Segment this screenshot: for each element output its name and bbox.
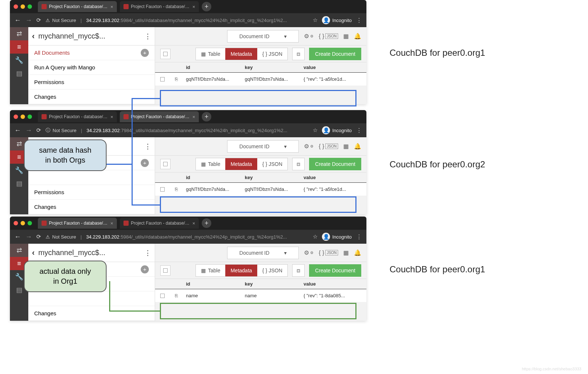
forward-button[interactable]: →: [25, 233, 32, 241]
table-row[interactable]: ⎘ name name { "rev": "1-8da085...: [155, 289, 366, 302]
browser-menu-icon[interactable]: ⋮: [356, 233, 362, 240]
site-security[interactable]: ⓘ Not Secure: [46, 127, 76, 134]
forward-button[interactable]: →: [25, 127, 32, 134]
forward-button[interactable]: →: [25, 17, 32, 24]
new-tab-button[interactable]: +: [202, 112, 211, 121]
docs-icon[interactable]: ▦: [343, 249, 349, 256]
copy-icon[interactable]: ⎘: [175, 76, 178, 82]
collapse-button[interactable]: ⧈: [292, 264, 305, 277]
tab-json[interactable]: { } JSON: [257, 158, 287, 170]
plus-icon[interactable]: +: [141, 49, 149, 57]
doc-id-select[interactable]: Document ID ▾: [227, 30, 299, 43]
create-document-button[interactable]: Create Document: [309, 264, 361, 277]
copy-icon[interactable]: ⎘: [175, 186, 178, 192]
close-tab-icon[interactable]: ×: [110, 221, 113, 226]
select-all-checkbox[interactable]: [160, 49, 171, 59]
tab-json[interactable]: { } JSON: [257, 48, 287, 60]
gears-icon[interactable]: ⚙⚙: [304, 249, 313, 256]
nav-database-icon[interactable]: ≡: [10, 40, 28, 54]
db-menu-icon[interactable]: ⋮: [144, 249, 151, 257]
site-security[interactable]: ⚠ Not Secure: [46, 18, 76, 23]
tab-table[interactable]: ▦Table: [196, 158, 225, 170]
back-button[interactable]: ←: [14, 127, 21, 134]
bell-icon[interactable]: 🔔: [354, 33, 361, 40]
close-tab-icon[interactable]: ×: [110, 114, 113, 120]
browser-tab[interactable]: Project Fauxton - database/mycl ×: [120, 1, 199, 12]
back-button[interactable]: ←: [14, 233, 21, 241]
browser-tab[interactable]: Project Fauxton - database/mycl ×: [38, 111, 117, 122]
bell-icon[interactable]: 🔔: [354, 143, 361, 150]
tab-metadata[interactable]: Metadata: [225, 48, 257, 60]
reload-button[interactable]: ⟳: [36, 233, 41, 240]
json-toggle[interactable]: { }JSON: [319, 143, 338, 150]
back-button[interactable]: ←: [14, 17, 21, 24]
bookmark-icon[interactable]: ☆: [313, 233, 318, 240]
tab-json[interactable]: { } JSON: [257, 265, 287, 276]
collapse-button[interactable]: ⧈: [292, 158, 305, 170]
row-checkbox[interactable]: [160, 187, 165, 192]
tab-metadata[interactable]: Metadata: [225, 158, 257, 170]
tab-metadata[interactable]: Metadata: [225, 265, 257, 276]
reload-button[interactable]: ⟳: [36, 17, 41, 23]
gears-icon[interactable]: ⚙⚙: [304, 33, 313, 40]
close-tab-icon[interactable]: ×: [110, 4, 113, 10]
nav-expand-icon[interactable]: ⇄: [10, 27, 28, 40]
bookmark-icon[interactable]: ☆: [313, 17, 318, 23]
maximize-window-icon[interactable]: [28, 115, 32, 119]
tab-table[interactable]: ▦Table: [196, 48, 225, 60]
sidebar-item[interactable]: Permissions: [28, 185, 155, 200]
doc-id-select[interactable]: Document ID ▾: [227, 140, 299, 153]
sidebar-item[interactable]: Changes: [28, 90, 155, 104]
sidebar-item[interactable]: All Documents +: [28, 46, 155, 60]
nav-config-icon[interactable]: 🔧: [10, 54, 28, 67]
sidebar-item[interactable]: [28, 170, 155, 185]
gears-icon[interactable]: ⚙⚙: [304, 143, 313, 150]
minimize-window-icon[interactable]: [21, 115, 25, 119]
back-chevron-icon[interactable]: ‹: [32, 32, 35, 41]
close-window-icon[interactable]: [14, 221, 18, 225]
table-row[interactable]: ⎘ gqNTf/Dbzn7sNda... gqNTf/Dbzn7sNda... …: [155, 182, 366, 196]
bookmark-icon[interactable]: ☆: [313, 127, 318, 134]
doc-id-select[interactable]: Document ID ▾: [227, 247, 299, 259]
minimize-window-icon[interactable]: [21, 4, 25, 9]
reload-button[interactable]: ⟳: [36, 127, 41, 134]
browser-menu-icon[interactable]: ⋮: [356, 17, 362, 24]
new-tab-button[interactable]: +: [202, 2, 211, 11]
nav-expand-icon[interactable]: ⇄: [10, 244, 28, 257]
table-row[interactable]: ⎘ gqNTf/Dbzn7sNda... gqNTf/Dbzn7sNda... …: [155, 72, 366, 86]
copy-icon[interactable]: ⎘: [175, 293, 178, 298]
sidebar-item[interactable]: [28, 291, 155, 306]
browser-tab[interactable]: Project Fauxton - database/mycl ×: [120, 218, 199, 229]
back-chevron-icon[interactable]: ‹: [32, 248, 35, 258]
json-toggle[interactable]: { }JSON: [319, 33, 338, 40]
url-field[interactable]: 34.229.183.202:5984/_utils/#database/myc…: [86, 18, 308, 23]
url-field[interactable]: 34.229.183.202:5984/_utils/#database/myc…: [86, 234, 308, 240]
plus-icon[interactable]: +: [141, 159, 149, 167]
browser-menu-icon[interactable]: ⋮: [356, 127, 362, 134]
sidebar-item[interactable]: Changes: [28, 200, 155, 214]
browser-tab[interactable]: Project Fauxton - database/mycl ×: [38, 218, 117, 229]
maximize-window-icon[interactable]: [28, 221, 32, 225]
browser-tab[interactable]: Project Fauxton - database/mycl ×: [38, 1, 117, 12]
bell-icon[interactable]: 🔔: [354, 249, 361, 256]
nav-replication-icon[interactable]: ▤: [10, 67, 28, 80]
close-window-icon[interactable]: [14, 115, 18, 119]
json-toggle[interactable]: { }JSON: [319, 250, 338, 256]
close-tab-icon[interactable]: ×: [192, 4, 195, 10]
site-security[interactable]: ⚠ Not Secure: [46, 234, 76, 240]
create-document-button[interactable]: Create Document: [309, 48, 361, 60]
url-field[interactable]: 34.229.183.202:7984/_utils/#database/myc…: [86, 128, 308, 133]
db-menu-icon[interactable]: ⋮: [144, 142, 151, 150]
sidebar-item[interactable]: Run A Query with Mango: [28, 60, 155, 75]
maximize-window-icon[interactable]: [28, 4, 32, 9]
new-tab-button[interactable]: +: [202, 218, 211, 228]
close-tab-icon[interactable]: ×: [192, 114, 195, 120]
plus-icon[interactable]: +: [141, 265, 149, 273]
select-all-checkbox[interactable]: [160, 159, 171, 169]
select-all-checkbox[interactable]: [160, 265, 171, 276]
row-checkbox[interactable]: [160, 294, 165, 298]
sidebar-item[interactable]: Permissions: [28, 75, 155, 90]
collapse-button[interactable]: ⧈: [292, 48, 305, 60]
db-menu-icon[interactable]: ⋮: [144, 32, 151, 40]
browser-tab[interactable]: Project Fauxton - database/mycl ×: [120, 111, 199, 122]
